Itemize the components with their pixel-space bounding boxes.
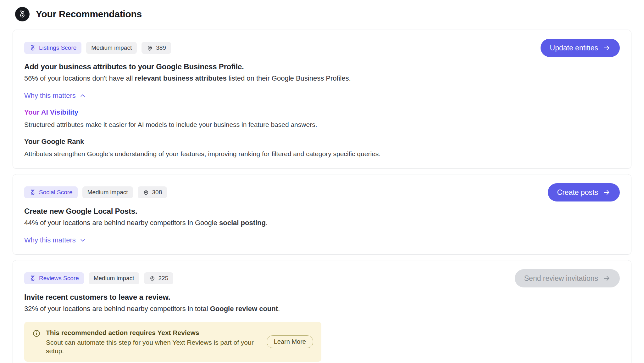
body-suffix: . [266,219,268,227]
recommendation-card-listings: Listings Score Medium impact 389 Update … [13,30,631,169]
body-bold: relevant business attributes [135,74,227,82]
impact-badge-label: Medium impact [94,275,134,282]
notice-body: Scout can automate this step for you whe… [46,338,261,355]
badge-row: Social Score Medium impact 308 [24,186,620,198]
cta-label: Create posts [557,188,598,197]
body-prefix: 44% of your locations are behind nearby … [24,219,219,227]
recommendation-card-reviews: Reviews Score Medium impact 225 Send rev… [13,260,631,363]
map-pin-icon [149,275,156,282]
chevron-down-icon [79,237,86,244]
score-badge: Reviews Score [24,272,84,284]
medal-icon [29,44,36,51]
location-count-badge: 225 [144,272,174,284]
impact-badge: Medium impact [82,186,133,198]
location-count-badge: 308 [138,186,167,198]
google-rank-text: Attributes strengthen Google’s understan… [24,150,620,158]
map-pin-icon [147,45,153,51]
impact-badge-label: Medium impact [91,44,132,51]
update-entities-button[interactable]: Update entities [541,39,620,57]
recommendations-list: Listings Score Medium impact 389 Update … [0,21,644,363]
medal-icon [29,189,36,196]
card-heading: Add your business attributes to your Goo… [24,62,620,72]
impact-badge: Medium impact [89,272,139,284]
body-suffix: listed on their Google Business Profiles… [227,74,351,82]
location-count-value: 389 [156,44,166,51]
location-count-value: 225 [158,275,169,282]
body-bold: Google review count [210,305,278,313]
card-body: 44% of your locations are behind nearby … [24,218,620,228]
location-count-badge: 389 [142,42,171,54]
why-this-matters-label: Why this matters [24,92,76,100]
impact-badge: Medium impact [86,42,137,54]
ai-visibility-title: Your AI Visibility [24,108,78,117]
cta-label: Send review invitations [524,274,598,283]
send-review-invitations-button[interactable]: Send review invitations [515,269,620,287]
body-bold: social posting [219,219,266,227]
yext-reviews-notice: This recommended action requires Yext Re… [24,322,321,362]
recommendations-medal-icon [15,7,30,21]
page-title: Your Recommendations [36,9,142,20]
why-this-matters-toggle[interactable]: Why this matters [24,92,86,100]
location-count-value: 308 [152,189,162,196]
chevron-up-icon [79,92,86,99]
card-heading: Create new Google Local Posts. [24,206,620,216]
map-pin-icon [143,189,149,196]
notice-texts: This recommended action requires Yext Re… [46,328,261,355]
recommendation-card-social: Social Score Medium impact 308 Create po… [13,174,631,255]
why-this-matters-label: Why this matters [24,236,76,244]
why-this-matters-toggle[interactable]: Why this matters [24,236,86,244]
medal-icon [29,275,36,282]
arrow-right-icon [603,44,610,52]
card-body: 56% of your locations don't have all rel… [24,73,620,83]
card-heading: Invite recent customers to leave a revie… [24,292,620,302]
body-suffix: . [278,305,280,313]
score-badge-label: Listings Score [39,44,76,51]
badge-row: Listings Score Medium impact 389 [24,42,620,54]
body-prefix: 56% of your locations don't have all [24,74,135,82]
card-body: 32% of your locations are behind nearby … [24,304,620,314]
score-badge: Social Score [24,186,78,198]
score-badge-label: Reviews Score [39,275,79,282]
info-icon [32,329,41,339]
score-badge-label: Social Score [39,189,73,196]
body-prefix: 32% of your locations are behind nearby … [24,305,210,313]
why-expanded-content: Your AI Visibility Structured attributes… [24,108,620,158]
notice-title: This recommended action requires Yext Re… [46,328,261,337]
score-badge: Listings Score [24,42,81,54]
arrow-right-icon [603,275,610,282]
ai-visibility-text: Structured attributes make it easier for… [24,120,620,129]
arrow-right-icon [603,189,610,196]
page-header: Your Recommendations [0,0,644,21]
impact-badge-label: Medium impact [87,189,128,196]
create-posts-button[interactable]: Create posts [548,183,620,201]
google-rank-title: Your Google Rank [24,137,620,146]
learn-more-button[interactable]: Learn More [267,335,313,348]
cta-label: Update entities [550,44,598,52]
